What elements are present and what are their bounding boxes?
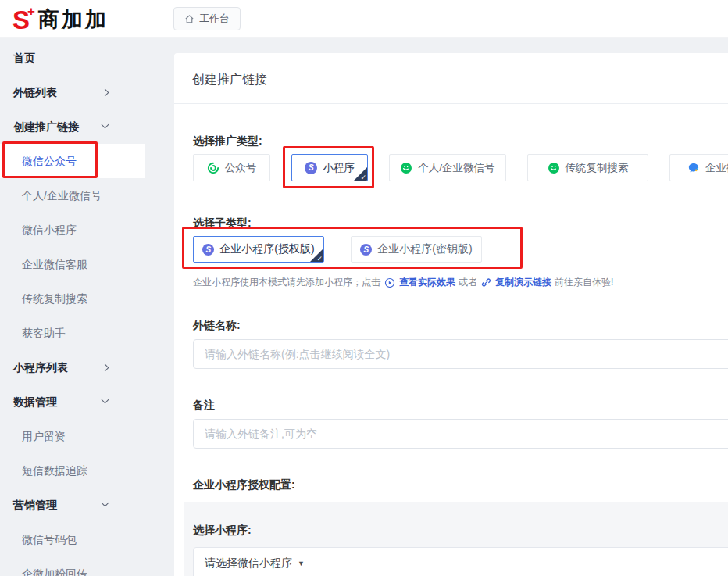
brand-logo: S+ 商加加 xyxy=(12,4,109,35)
sidebar-item-wecom-service[interactable]: 企业微信客服 xyxy=(0,247,164,281)
subtype-options: S 企业小程序(授权版) ✓ S 企业小程序(密钥版) xyxy=(193,236,728,263)
remark-input[interactable] xyxy=(193,419,728,449)
sidebar-item-create-promo-link[interactable]: 创建推广链接 xyxy=(0,109,164,144)
subtype-label: 选择子类型: xyxy=(193,181,728,229)
sidebar-item-external-links[interactable]: 外链列表 xyxy=(0,75,164,109)
sidebar-item-traditional-copy-search[interactable]: 传统复制搜索 xyxy=(0,281,164,316)
type-option-official-account[interactable]: 公众号 xyxy=(193,154,270,181)
home-icon xyxy=(184,14,194,24)
view-demo-link[interactable]: 查看实际效果 xyxy=(399,276,455,289)
main-content: 创建推广链接 选择推广类型: 公众号 S 小程序 ✓ xyxy=(164,38,728,576)
sidebar: 首页 外链列表 创建推广链接 微信公众号 个人/企业微信号 微信小程序 企业微信… xyxy=(0,38,164,576)
hint-text: 企业小程序使用本模式请先添加小程序；点击 xyxy=(193,276,380,289)
subtype-hint: 企业小程序使用本模式请先添加小程序；点击 查看实际效果 或者 复制演示链接 前往… xyxy=(193,276,728,289)
wechat-icon xyxy=(548,162,560,174)
sidebar-item-personal-enterprise-wechat[interactable]: 个人/企业微信号 xyxy=(0,178,164,213)
chevron-down-icon xyxy=(102,121,109,129)
sidebar-item-wecom-fans-callback[interactable]: 企微加粉回传 xyxy=(0,556,164,576)
chevron-right-icon xyxy=(102,364,109,372)
chevron-right-icon xyxy=(102,89,109,97)
check-icon: ✓ xyxy=(316,256,323,263)
sidebar-item-miniprogram-list[interactable]: 小程序列表 xyxy=(0,350,164,385)
promo-type-options: 公众号 S 小程序 ✓ 个人/企业微信号 xyxy=(193,154,728,181)
sidebar-item-customer-assistant[interactable]: 获客助手 xyxy=(0,316,164,350)
type-option-wecom-service[interactable]: 企业微信客服 xyxy=(669,154,728,181)
check-icon: ✓ xyxy=(360,174,366,181)
page-title: 创建推广链接 xyxy=(174,53,728,104)
workspace-label: 工作台 xyxy=(199,12,230,26)
type-option-personal-enterprise-wechat[interactable]: 个人/企业微信号 xyxy=(389,154,506,181)
type-option-traditional-copy-search[interactable]: 传统复制搜索 xyxy=(527,154,648,181)
type-option-miniprogram[interactable]: S 小程序 ✓ xyxy=(291,154,368,181)
chevron-down-icon xyxy=(102,396,109,404)
promo-type-label: 选择推广类型: xyxy=(193,104,728,147)
create-promo-link-card: 创建推广链接 选择推广类型: 公众号 S 小程序 ✓ xyxy=(174,53,728,576)
top-header: S+ 商加加 工作台 xyxy=(0,0,728,38)
miniprogram-icon: S xyxy=(305,162,317,174)
auth-config-label: 企业小程序授权配置: xyxy=(193,449,728,491)
sidebar-item-sms-tracking[interactable]: 短信数据追踪 xyxy=(0,453,164,488)
sidebar-item-wechat-miniprogram[interactable]: 微信小程序 xyxy=(0,213,164,247)
sidebar-item-user-leads[interactable]: 用户留资 xyxy=(0,419,164,453)
miniprogram-select[interactable]: 请选择微信小程序 ▼ xyxy=(193,547,728,576)
wecom-icon xyxy=(687,162,700,174)
logo-s-mark: S xyxy=(12,7,29,33)
sidebar-item-home[interactable]: 首页 xyxy=(0,41,164,75)
hint-text: 前往亲自体验! xyxy=(555,276,613,289)
link-name-label: 外链名称: xyxy=(193,289,728,331)
workspace-button[interactable]: 工作台 xyxy=(173,7,241,30)
sidebar-item-wechat-official[interactable]: 微信公众号 xyxy=(0,144,145,178)
chevron-down-icon xyxy=(102,499,109,507)
select-miniprogram-label: 选择小程序: xyxy=(193,524,728,536)
miniprogram-select-value: 请选择微信小程序 xyxy=(205,556,292,571)
link-name-input[interactable] xyxy=(193,339,728,369)
subtype-option-auth-version[interactable]: S 企业小程序(授权版) ✓ xyxy=(193,236,324,263)
miniprogram-icon: S xyxy=(202,244,214,256)
sidebar-item-wechat-number-pack[interactable]: 微信号码包 xyxy=(0,522,164,556)
sidebar-item-marketing-management[interactable]: 营销管理 xyxy=(0,488,164,522)
card-body: 选择推广类型: 公众号 S 小程序 ✓ xyxy=(174,104,728,576)
logo-plus-mark: + xyxy=(27,4,35,20)
copy-demo-link[interactable]: 复制演示链接 xyxy=(495,276,551,289)
remark-label: 备注 xyxy=(193,369,728,411)
app-root: S+ 商加加 工作台 首页 外链列表 创建推广链接 微信公众号 个人/企业微信号… xyxy=(0,0,728,576)
subtype-option-key-version[interactable]: S 企业小程序(密钥版) xyxy=(351,236,482,263)
sidebar-item-data-management[interactable]: 数据管理 xyxy=(0,385,164,419)
hint-text: 或者 xyxy=(459,276,477,289)
wechat-official-icon xyxy=(207,162,219,174)
dropdown-caret-icon: ▼ xyxy=(298,560,305,567)
link-icon[interactable] xyxy=(481,277,491,288)
miniprogram-icon: S xyxy=(360,244,372,256)
play-circle-icon[interactable] xyxy=(384,277,395,288)
auth-config-panel: 选择小程序: 请选择微信小程序 ▼ xyxy=(184,502,728,576)
wechat-icon xyxy=(400,162,412,174)
logo-brand-name: 商加加 xyxy=(38,5,109,34)
